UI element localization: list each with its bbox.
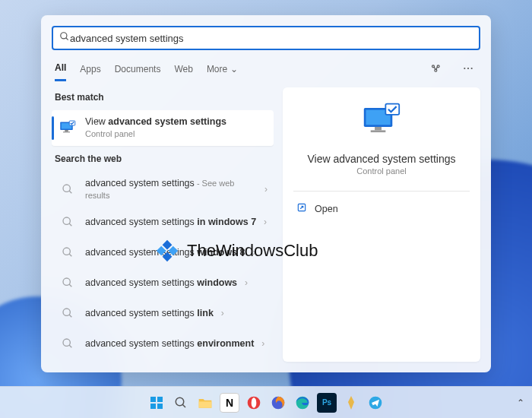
photoshop-icon[interactable]: Ps	[317, 393, 337, 413]
tab-apps[interactable]: Apps	[80, 59, 100, 81]
svg-rect-28	[371, 130, 386, 132]
web-result[interactable]: advanced system settings in windows 7›	[52, 207, 274, 237]
section-search-web: Search the web	[52, 149, 274, 169]
svg-point-23	[63, 339, 70, 346]
svg-line-18	[69, 254, 71, 256]
open-button[interactable]: Open	[293, 198, 470, 220]
svg-point-17	[63, 248, 70, 255]
search-icon	[59, 31, 70, 45]
chevron-right-icon: ›	[245, 277, 248, 288]
svg-point-7	[471, 68, 473, 69]
web-result-text: advanced system settings windows 8	[85, 246, 245, 258]
search-icon	[58, 242, 78, 262]
more-options-icon[interactable]	[459, 59, 477, 80]
search-icon	[58, 273, 78, 293]
result-best-match[interactable]: View advanced system settings Control pa…	[52, 110, 274, 146]
svg-point-4	[435, 69, 437, 71]
web-result[interactable]: advanced system settings environment›	[52, 328, 274, 359]
svg-rect-10	[65, 130, 68, 131]
opera-icon[interactable]	[244, 393, 264, 413]
svg-line-16	[69, 223, 71, 226]
web-result-text: advanced system settings - See web resul…	[85, 177, 257, 202]
svg-point-5	[464, 68, 465, 69]
chevron-right-icon: ›	[221, 308, 224, 318]
detail-panel: View advanced system settings Control pa…	[283, 87, 480, 362]
svg-rect-41	[199, 401, 212, 407]
chevron-right-icon: ›	[264, 184, 268, 195]
tab-web[interactable]: Web	[174, 59, 192, 81]
result-best-match-text: View advanced system settings Control pa…	[85, 116, 226, 141]
taskbar-search-icon[interactable]	[171, 393, 191, 413]
chevron-right-icon: ›	[253, 247, 256, 258]
svg-line-40	[182, 404, 185, 407]
search-input[interactable]	[70, 33, 473, 44]
svg-rect-35	[150, 397, 156, 402]
search-icon	[58, 334, 78, 353]
svg-line-22	[69, 315, 71, 317]
svg-line-20	[69, 284, 71, 287]
notion-icon[interactable]: N	[220, 393, 239, 413]
search-box[interactable]	[52, 26, 480, 50]
telegram-icon[interactable]	[366, 393, 385, 413]
svg-point-21	[63, 309, 70, 315]
web-result[interactable]: advanced system settings windows 8›	[52, 237, 274, 268]
svg-point-43	[252, 397, 257, 407]
svg-point-39	[176, 397, 184, 406]
app-icon-1[interactable]	[341, 393, 361, 413]
detail-title: View advanced system settings	[307, 153, 455, 165]
svg-point-6	[467, 68, 469, 69]
taskbar: N Ps ⌃	[0, 386, 532, 418]
svg-rect-37	[150, 404, 156, 409]
chevron-right-icon: ›	[261, 338, 264, 349]
detail-monitor-icon	[359, 101, 404, 142]
open-label: Open	[315, 204, 338, 214]
search-icon	[58, 179, 78, 199]
search-icon	[58, 303, 78, 323]
firefox-icon[interactable]	[268, 393, 288, 413]
svg-point-13	[63, 185, 70, 192]
search-panel: All Apps Documents Web More ⌄ Best match…	[41, 15, 491, 372]
open-icon	[296, 202, 307, 215]
svg-line-1	[66, 38, 68, 40]
svg-line-24	[69, 345, 71, 347]
web-result-text: advanced system settings in windows 7	[85, 216, 256, 228]
filter-tabs: All Apps Documents Web More ⌄	[41, 58, 491, 81]
detail-subtitle: Control panel	[356, 166, 406, 176]
search-icon	[58, 212, 78, 232]
svg-rect-29	[385, 104, 399, 115]
svg-point-19	[63, 278, 70, 285]
section-best-match: Best match	[52, 87, 274, 107]
svg-point-0	[61, 33, 67, 39]
cloud-filter-icon[interactable]	[427, 59, 445, 80]
tab-all[interactable]: All	[55, 58, 66, 81]
svg-rect-38	[157, 404, 163, 409]
web-result-text: advanced system settings windows	[85, 277, 237, 289]
svg-rect-27	[375, 127, 382, 130]
svg-rect-11	[63, 132, 70, 133]
chevron-right-icon: ›	[264, 217, 267, 227]
svg-point-15	[63, 217, 70, 224]
explorer-icon[interactable]	[195, 393, 215, 413]
tray-chevron-icon[interactable]: ⌃	[517, 397, 524, 408]
monitor-icon	[58, 118, 78, 138]
web-result[interactable]: advanced system settings link›	[52, 298, 274, 328]
svg-rect-36	[157, 397, 163, 402]
edge-icon[interactable]	[293, 393, 312, 413]
web-result-text: advanced system settings link	[85, 307, 214, 319]
start-button[interactable]	[147, 393, 166, 413]
web-result[interactable]: advanced system settings windows›	[52, 268, 274, 298]
tab-documents[interactable]: Documents	[115, 59, 161, 81]
web-result-text: advanced system settings environment	[85, 337, 254, 350]
svg-line-14	[69, 191, 71, 193]
web-result[interactable]: advanced system settings - See web resul…	[52, 172, 274, 207]
tab-more[interactable]: More ⌄	[207, 59, 238, 81]
